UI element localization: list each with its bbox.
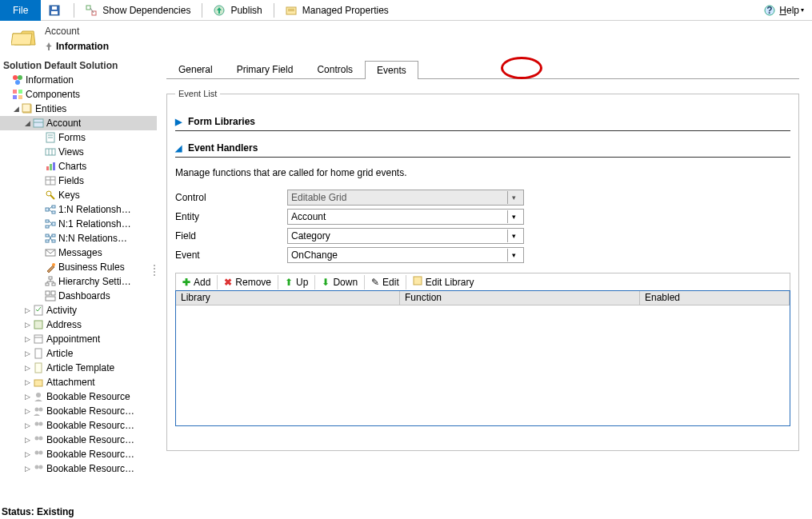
tab-general[interactable]: General: [166, 60, 225, 78]
svg-rect-15: [13, 90, 17, 94]
show-dependencies-button[interactable]: Show Dependencies: [78, 0, 198, 21]
svg-point-81: [35, 465, 39, 469]
collapse-icon: ▶: [175, 117, 182, 127]
save-icon: [49, 5, 60, 16]
tree-account[interactable]: ◢Account: [0, 116, 157, 130]
svg-rect-64: [46, 297, 55, 301]
components-icon: [12, 89, 23, 100]
svg-point-14: [15, 80, 20, 85]
svg-point-54: [52, 263, 55, 266]
tree-nn-rel[interactable]: N:N Relations…: [0, 231, 157, 246]
handlers-grid[interactable]: Library Function Enabled: [175, 290, 790, 426]
tab-primary-field[interactable]: Primary Field: [225, 60, 306, 78]
tree-views[interactable]: Views: [0, 145, 157, 159]
tree-hierarchy[interactable]: Hierarchy Setti…: [0, 274, 157, 289]
people-icon: [33, 449, 44, 460]
svg-rect-16: [18, 90, 22, 94]
svg-line-45: [49, 221, 52, 224]
tree-messages[interactable]: Messages: [0, 246, 157, 260]
tree-n1-rel[interactable]: N:1 Relationsh…: [0, 217, 157, 231]
tree-article[interactable]: ▷Article: [0, 346, 157, 361]
fields-icon: [45, 175, 56, 186]
svg-rect-9: [288, 10, 294, 11]
svg-point-12: [13, 75, 18, 80]
entity-label: Entity: [175, 211, 287, 222]
fieldset-legend: Event List: [175, 89, 220, 98]
svg-point-74: [39, 408, 43, 412]
tree-fields[interactable]: Fields: [0, 174, 157, 188]
tree-bookable-1[interactable]: ▷Bookable Resource: [0, 389, 157, 404]
tree-bookable-5[interactable]: ▷Bookable Resourc…: [0, 447, 157, 461]
managed-properties-button[interactable]: Managed Properties: [278, 0, 397, 21]
managed-label: Managed Properties: [302, 5, 389, 16]
tree-forms[interactable]: Forms: [0, 130, 157, 145]
people-icon: [33, 463, 44, 474]
tree-1n-rel[interactable]: 1:N Relationsh…: [0, 202, 157, 217]
person-icon: [33, 391, 44, 402]
tree-dashboards[interactable]: Dashboards: [0, 289, 157, 303]
hierarchy-icon: [45, 276, 56, 287]
show-dependencies-label: Show Dependencies: [102, 5, 190, 16]
publish-button[interactable]: Publish: [206, 0, 270, 21]
tree-activity[interactable]: ▷Activity: [0, 303, 157, 317]
event-handlers-section: ◢ Event Handlers Manage functions that a…: [175, 139, 790, 426]
tree-bookable-2[interactable]: ▷Bookable Resourc…: [0, 404, 157, 418]
svg-point-75: [35, 422, 39, 426]
tree-appointment[interactable]: ▷Appointment: [0, 332, 157, 346]
tree-bookable-3[interactable]: ▷Bookable Resourc…: [0, 418, 157, 433]
people-icon: [33, 434, 44, 445]
tree-bookable-4[interactable]: ▷Bookable Resourc…: [0, 433, 157, 447]
tree-information[interactable]: Information: [0, 73, 157, 87]
svg-rect-1: [51, 11, 58, 14]
tab-controls[interactable]: Controls: [305, 60, 365, 78]
tree-article-template[interactable]: ▷Article Template: [0, 361, 157, 375]
svg-rect-31: [53, 162, 55, 170]
svg-rect-67: [34, 335, 42, 343]
event-select[interactable]: OnChange▾: [287, 247, 524, 263]
up-button[interactable]: ⬆Up: [278, 273, 314, 291]
svg-rect-2: [52, 6, 57, 10]
arrow-down-icon: ⬇: [322, 277, 330, 288]
svg-rect-37: [46, 208, 49, 211]
svg-rect-42: [52, 222, 55, 226]
tree-business-rules[interactable]: Business Rules: [0, 260, 157, 274]
publish-icon: [214, 5, 225, 16]
svg-point-76: [39, 422, 43, 426]
form-libraries-header[interactable]: ▶ Form Libraries: [175, 113, 790, 131]
tree-bookable-6[interactable]: ▷Bookable Resourc…: [0, 461, 157, 476]
tab-events[interactable]: Events: [365, 61, 418, 79]
save-button[interactable]: [41, 0, 70, 21]
tree-entities[interactable]: ◢Entities: [0, 102, 157, 116]
tree-components[interactable]: Components: [0, 87, 157, 102]
svg-rect-47: [46, 234, 49, 237]
edit-library-button[interactable]: Edit Library: [406, 273, 481, 291]
edit-button[interactable]: ✎Edit: [365, 273, 406, 291]
col-library[interactable]: Library: [176, 291, 400, 305]
col-enabled[interactable]: Enabled: [640, 291, 790, 305]
entity-select[interactable]: Account▾: [287, 209, 524, 225]
tree-address[interactable]: ▷Address: [0, 317, 157, 332]
add-button[interactable]: ✚Add: [176, 273, 217, 291]
tree-keys[interactable]: Keys: [0, 188, 157, 202]
tree-charts[interactable]: Charts: [0, 159, 157, 174]
event-handlers-label: Event Handlers: [188, 142, 258, 154]
managed-icon: [286, 5, 297, 16]
svg-line-40: [49, 206, 52, 210]
solution-tree[interactable]: Information Components ◢Entities ◢Accoun…: [0, 73, 157, 476]
file-menu[interactable]: File: [0, 0, 41, 21]
col-function[interactable]: Function: [400, 291, 640, 305]
help-menu[interactable]: ? Help ▾: [756, 5, 812, 16]
remove-button[interactable]: ✖Remove: [218, 273, 278, 291]
people-icon: [33, 420, 44, 431]
svg-point-73: [35, 408, 39, 412]
event-handlers-header[interactable]: ◢ Event Handlers: [175, 139, 790, 158]
svg-rect-83: [414, 277, 422, 285]
top-toolbar: File Show Dependencies Publish Managed P…: [0, 0, 812, 21]
separator: [274, 3, 274, 18]
separator: [202, 3, 202, 18]
tree-attachment[interactable]: ▷Attachment: [0, 375, 157, 389]
svg-rect-50: [52, 240, 55, 242]
svg-point-78: [39, 437, 43, 441]
down-button[interactable]: ⬇Down: [315, 273, 364, 291]
field-select[interactable]: Category▾: [287, 228, 524, 244]
